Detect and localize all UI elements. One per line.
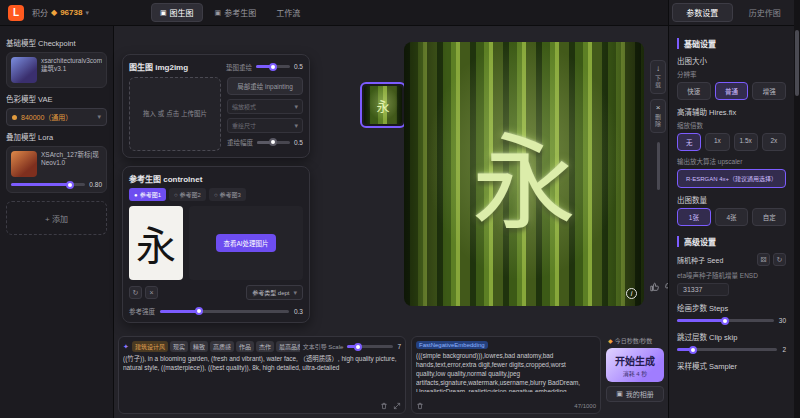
reuse-seed-icon[interactable]: ↻ [773,253,786,266]
generated-image[interactable]: 永 i [404,42,644,306]
hires-label: 高清辅助 Hires.fix [677,106,786,117]
cfg-scale-value: 7 [397,343,401,350]
dice-icon[interactable]: ⚄ [757,253,770,266]
positive-prompt-box: ✦ 建筑设计风 现实 精致 高质感 作品 杰作 最高品质 文本引导 Scale [118,336,406,414]
view-processed-button[interactable]: 查看AI处理图片 [216,234,275,252]
steps-slider[interactable] [677,319,774,322]
count-options: 1张 4张 自定 [677,208,786,226]
reference-type-select[interactable]: 参考类型 dept ▾ [246,285,303,300]
prompt-tag[interactable]: 建筑设计风 [132,341,168,352]
tab-workflow-label: 工作流 [276,7,300,18]
controlnet-title: 参考生图 controlnet [129,173,202,184]
result-thumbnail[interactable]: 永 [360,82,406,128]
checkpoint-card[interactable]: xsarchitecturalv3com建筑v3.1 [6,52,107,88]
scale-none[interactable]: 无 [677,133,701,151]
tab-workflow[interactable]: 工作流 [268,3,308,22]
prompt-bar: ✦ 建筑设计风 现实 精致 高质感 作品 杰作 最高品质 文本引导 Scale [118,336,664,414]
controlnet-tab-3-label: 参考图3 [220,190,241,199]
image-icon: ▣ [160,9,167,17]
inpaint-label: 局部重绘 inpainting [237,83,293,90]
reupload-icon[interactable]: ↻ [129,286,142,299]
controlnet-tab-1[interactable]: ● 参考图1 [129,188,166,201]
chevron-down-icon: ▾ [294,122,298,130]
lora-weight-slider[interactable] [11,183,85,186]
prompt-tag[interactable]: 杰作 [256,341,274,352]
resolution-enhanced[interactable]: 增强 [752,82,786,100]
upload-dropzone[interactable]: 拖入 或 点击 上传图片 [129,77,221,151]
generate-cost: 消耗 4 秒 [623,369,648,378]
points-badge[interactable]: 积分 ◆ 96738 ▾ [32,7,89,18]
scale-2x[interactable]: 2x [762,133,786,151]
window-scrollbar[interactable] [794,0,800,418]
viewer-scrollbar[interactable] [657,142,660,190]
reference-image[interactable]: 永 [129,206,183,280]
radio-off-icon: ○ [214,192,218,198]
negative-embedding-chip[interactable]: FastNegativeEmbedding [416,341,488,349]
remove-reference-icon[interactable]: × [145,286,158,299]
resize-mode-value: 缩放模式 [232,102,256,111]
denoise-slider[interactable] [257,141,290,144]
controlnet-tab-2[interactable]: ○ 参考图2 [169,188,206,201]
coin-icon: ◆ [51,8,57,17]
scale-15x[interactable]: 1.5x [734,133,758,151]
scale-1x[interactable]: 1x [705,133,729,151]
vae-section-title: 色彩模型 VAE [6,93,107,104]
album-button[interactable]: ▣ 我的相册 [606,386,664,402]
image-toolbar: ↓ 下载 × 删除 [650,60,666,190]
prompt-tag[interactable]: 作品 [236,341,254,352]
download-label: 下载 [654,75,663,89]
clear-negative-button[interactable] [416,402,424,410]
prompt-tag[interactable]: 高质感 [210,341,234,352]
resize-size-select[interactable]: 重绘尺寸 ▾ [227,118,303,133]
resolution-fast[interactable]: 快速 [677,82,711,100]
add-model-button[interactable]: + 添加 [6,201,107,235]
tab-reference[interactable]: ▣ 参考生图 [207,3,265,22]
quota-text: 今日秒数/秒数 [615,336,653,345]
delete-button[interactable]: × 删除 [650,99,666,133]
chevron-down-icon: ▾ [97,113,101,121]
thumbs-up-icon[interactable] [650,282,660,292]
resize-mode-select[interactable]: 缩放模式 ▾ [227,99,303,114]
ensd-label: eta噪声种子随机增量 ENSD [677,270,786,280]
cfg-scale-slider[interactable] [347,345,393,348]
positive-prompt-input[interactable]: ((竹子)), in a blooming garden, (fresh and… [123,355,401,397]
controlnet-tab-3[interactable]: ○ 参考图3 [209,188,246,201]
negative-prompt-input[interactable]: (((simple background))),lowres,bad anato… [416,352,596,392]
scrollbar-thumb[interactable] [795,30,799,96]
download-button[interactable]: ↓ 下载 [650,60,666,94]
count-1[interactable]: 1张 [677,208,711,226]
ensd-input[interactable]: 31337 [677,283,729,296]
vae-value: 840000（通用） [21,112,93,122]
generate-button[interactable]: 开始生成 消耗 4 秒 [606,348,664,382]
inpaint-button[interactable]: 局部重绘 inpainting [227,77,303,95]
tab-img2img[interactable]: ▣ 图生图 [151,3,203,22]
clip-skip-slider[interactable] [677,348,777,351]
resolution-normal[interactable]: 普通 [715,82,749,100]
prompt-tag[interactable]: 精致 [190,341,208,352]
tab-history[interactable]: 历史作图 [736,0,795,25]
clear-prompt-button[interactable] [380,402,388,410]
char-counter: 47/1000 [574,403,596,409]
expand-prompt-button[interactable] [393,402,401,410]
info-icon[interactable]: i [626,288,637,299]
resolution-label: 分辨率 [677,69,786,79]
count-4[interactable]: 4张 [715,208,749,226]
download-icon: ↓ [656,65,660,73]
app-logo-icon[interactable]: L [8,5,24,21]
redraw-slider[interactable] [256,65,290,68]
lora-name: XSArch_127新标|现Neov1.0 [41,151,102,177]
strength-slider[interactable] [160,310,289,313]
upscaler-select[interactable]: R-ESRGAN 4x+（建议通用选择） [677,169,786,188]
vae-select[interactable]: 840000（通用） ▾ [6,108,107,126]
reference-icon: ▣ [215,9,222,17]
reference-type-value: 参考类型 dept [252,288,289,297]
count-custom[interactable]: 自定 [752,208,786,226]
controlnet-panel: 参考生图 controlnet ● 参考图1 ○ 参考图2 ○ 参考图3 永 [122,166,310,323]
lora-card[interactable]: XSArch_127新标|现Neov1.0 0.80 [6,146,107,193]
steps-label: 绘画步数 Steps [677,302,786,313]
prompt-tag[interactable]: 最高品质 [276,341,300,352]
prompt-tag[interactable]: 现实 [170,341,188,352]
basic-settings-title: 基础设置 [677,38,786,49]
tab-parameters[interactable]: 参数设置 [672,3,733,22]
app-root: L 积分 ◆ 96738 ▾ ▣ 图生图 ▣ 参考生图 工作流 基础模型 Che… [0,0,800,418]
